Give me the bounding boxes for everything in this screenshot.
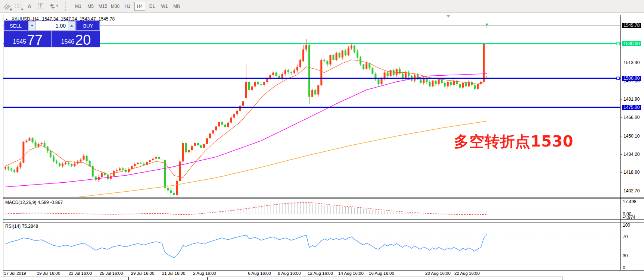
sell-price-display[interactable]: 1545 77 [4,31,52,47]
price-tick-label: 1434.20 [622,152,641,157]
price-line-label: 1500.00 [622,76,641,81]
price-tick-label: 1418.60 [622,170,641,175]
text-tool-glyph: A [28,3,32,9]
price-line-label: 1545.78 [622,23,641,28]
buy-button[interactable]: BUY [77,21,100,31]
price-line-label: 1530.00 [622,41,641,46]
price-tick-label: 1402.70 [622,188,641,194]
mt4-application: E F A T ▼ [0,0,644,280]
arrows-tool-icon[interactable]: ▼ [46,1,61,11]
timeframe-m15-button[interactable]: M15 [97,2,108,11]
volume-increase-button[interactable] [68,21,75,30]
date-label: 16 Aug 16:00 [363,271,400,276]
text-tool-icon[interactable]: A [24,1,35,11]
volume-stepper: 1.00 [28,21,76,31]
macd-label: MACD(12,26,9) 4.589 -0.867 [5,200,63,205]
timeframe-m30-button[interactable]: M30 [110,2,121,11]
arrows-dropdown-caret[interactable]: ▼ [56,4,59,8]
text-label-tool-icon[interactable]: T [35,1,46,11]
buy-price-big: 20 [75,34,91,46]
one-click-trading-panel: SELL 1.00 BUY 1545 77 1546 20 [4,21,100,47]
timeframe-m1-button[interactable]: M1 [73,2,84,11]
timeframe-m5-button[interactable]: M5 [85,2,96,11]
channel-sub-label: E [10,8,12,11]
buy-price-small: 1546 [61,39,75,45]
timeframe-mn-button[interactable]: MN [171,2,182,11]
sell-price-small: 1545 [13,39,27,45]
price-tick-label: 1466.00 [622,115,641,120]
timeframe-w1-button[interactable]: W1 [159,2,170,11]
macd-axis-label: -4.974 [623,215,635,220]
sell-price-big: 77 [27,34,43,46]
text-label-glyph: T [38,3,44,9]
volume-decrease-button[interactable] [28,21,36,30]
date-label: 17 Jul 2019 [0,271,34,276]
chart-annotation-text: 多空转折点1530 [454,131,573,152]
caret-down-icon [31,25,34,27]
rsi-label: RSI(14) 75.2848 [5,224,38,229]
timeframes-toolbar: M1M5M15M30H1H4D1W1MN [71,0,184,12]
timeframe-h4-button[interactable]: H4 [134,2,145,11]
sell-button[interactable]: SELL [4,21,27,31]
toolbar-drag-handle[interactable] [65,2,68,11]
date-label: 2 Aug 16:00 [186,271,223,276]
toolbar: E F A T ▼ [0,0,644,13]
rsi-axis-label: 30 [623,254,628,258]
chart-tab-active[interactable] [129,277,207,280]
close-value: 1545.78 [99,16,115,22]
rsi-axis-label: 70 [623,235,628,239]
macd-axis-label: 17.498 [623,199,637,204]
equidistant-channel-icon[interactable]: E [1,1,13,11]
rsi-axis-label: 100 [623,223,630,228]
rsi-axis-label: 0 [623,265,625,270]
price-tick-label: 1513.40 [622,60,641,65]
timeframe-h1-button[interactable]: H1 [122,2,133,11]
date-label: 22 Aug 16:00 [448,271,486,276]
timeframe-d1-button[interactable]: D1 [147,2,158,11]
fibonacci-sub-label: F [21,8,23,11]
buy-price-display[interactable]: 1546 20 [52,31,100,47]
price-tick-label: 1481.90 [622,97,641,102]
chart-tab[interactable] [1,277,129,280]
fibonacci-icon[interactable]: F [13,1,24,11]
price-line-label: 1475.00 [622,105,641,110]
chart-tab[interactable] [207,277,563,280]
chart-shift-marker-icon[interactable] [447,15,450,18]
price-tick-label: 1450.10 [622,133,641,139]
caret-up-icon [70,25,73,27]
volume-input[interactable]: 1.00 [36,21,68,30]
line-studies-toolbar: E F A T ▼ [0,0,63,12]
